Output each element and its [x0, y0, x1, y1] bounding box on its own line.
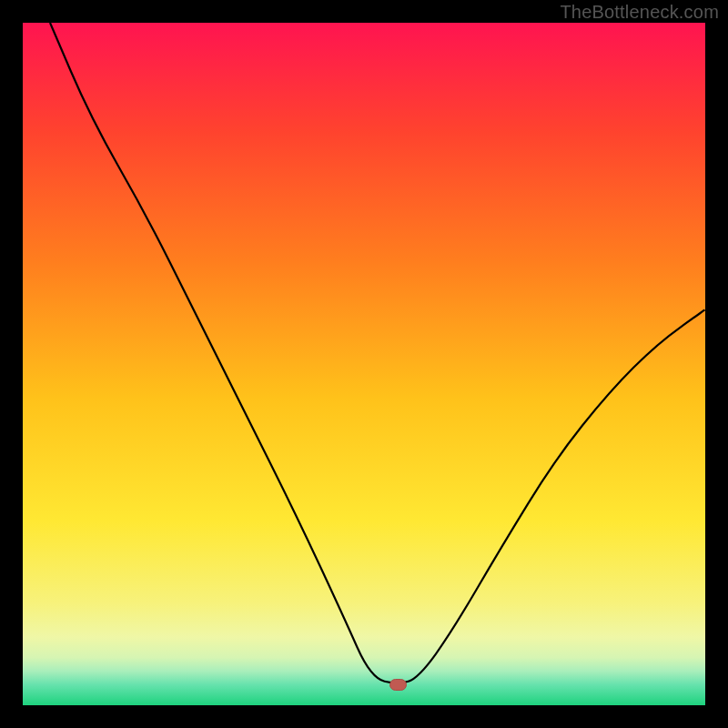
plot-area [23, 23, 705, 705]
optimal-marker-icon [390, 680, 407, 691]
gradient-background [23, 23, 705, 705]
chart-svg [23, 23, 705, 705]
chart-frame: TheBottleneck.com [0, 0, 728, 728]
watermark-text: TheBottleneck.com [560, 2, 719, 23]
